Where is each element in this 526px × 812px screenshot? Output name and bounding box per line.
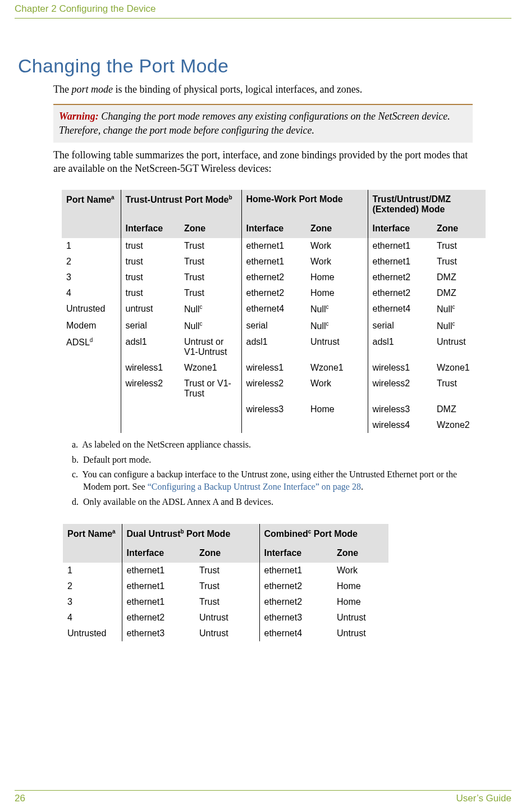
table-cell: adsl1 [368, 334, 432, 360]
page-number: 26 [15, 793, 25, 804]
guide-label: User’s Guide [456, 793, 511, 804]
table-cell [121, 417, 180, 433]
table-cell: DMZ [432, 270, 486, 285]
footnote-b: b. Default port mode. [72, 454, 473, 466]
col-port-name: Port Namea [62, 190, 121, 238]
footnote-d: d. Only available on the ADSL Annex A an… [72, 496, 473, 508]
table-cell: wireless2 [121, 376, 180, 402]
table-cell: wireless4 [368, 417, 432, 433]
table-cell: Trust [195, 594, 259, 610]
table-cell: Trust [180, 285, 241, 301]
chapter-header: Chapter 2 Configuring the Device [0, 0, 526, 15]
col-mode2: Home-Work Port Mode [241, 190, 368, 219]
col-i1: Interface [122, 544, 195, 563]
table-cell: Nullc [306, 301, 368, 317]
table-cell: Work [306, 254, 368, 270]
table-cell [62, 417, 121, 433]
warning-text: Changing the port mode removes any exist… [59, 111, 450, 135]
table-row: 4ethernet2Untrustethernet3Untrust [63, 610, 388, 626]
table-cell: ethernet1 [122, 578, 195, 594]
table-cell: Untrust [195, 626, 259, 641]
table-cell: Nullc [306, 318, 368, 334]
table-cell: wireless3 [241, 402, 306, 417]
footnote-c: c. You can configure a backup interface … [72, 468, 473, 494]
table-cell: ethernet4 [368, 301, 432, 317]
footnote-c-link[interactable]: “Configuring a Backup Untrust Zone Inter… [148, 482, 361, 491]
warning-box: Warning: Changing the port mode removes … [53, 104, 473, 143]
intro-paragraph: The port mode is the binding of physical… [53, 83, 473, 96]
footnote-a: a. As labeled on the NetScreen appliance… [72, 439, 473, 451]
table-cell: 3 [63, 594, 122, 610]
col-mode2: Combinedc Port Mode [259, 524, 388, 544]
table-cell: wireless1 [368, 360, 432, 376]
table-cell: untrust [121, 301, 180, 317]
table-cell: serial [368, 318, 432, 334]
table-cell: Trust [432, 376, 486, 402]
table-cell: ethernet1 [122, 594, 195, 610]
table-header-row: Port Namea Trust-Untrust Port Modeb Home… [62, 190, 486, 219]
table-cell: ethernet3 [122, 626, 195, 641]
table-row: wireless2Trust or V1-Trustwireless2Workw… [62, 376, 486, 402]
table-row: wireless3Homewireless3DMZ [62, 402, 486, 417]
table-cell [62, 360, 121, 376]
table-cell: 3 [62, 270, 121, 285]
col-mode1: Trust-Untrust Port Modeb [121, 190, 241, 219]
table-row: 2trustTrustethernet1Workethernet1Trust [62, 254, 486, 270]
table-cell: Wzone1 [180, 360, 241, 376]
col-z1: Zone [195, 544, 259, 563]
table-cell [62, 402, 121, 417]
table-row: 2ethernet1Trustethernet2Home [63, 578, 388, 594]
table-cell: wireless2 [241, 376, 306, 402]
table1-wrap: Port Namea Trust-Untrust Port Modeb Home… [62, 190, 526, 433]
table-cell: ethernet1 [368, 254, 432, 270]
table-cell: Wzone1 [432, 360, 486, 376]
table-cell: ethernet1 [259, 563, 332, 578]
col-z2: Zone [306, 219, 368, 238]
section-title: Changing the Port Mode [18, 55, 526, 77]
table-cell: Untrust [332, 626, 388, 641]
table-cell: Trust [195, 563, 259, 578]
table-cell: trust [121, 238, 180, 254]
col-mode1: Dual Untrustb Port Mode [122, 524, 259, 544]
table-cell: Nullc [180, 318, 241, 334]
table-cell: ethernet2 [122, 610, 195, 626]
table-cell: Untrust [432, 334, 486, 360]
table-cell: Trust [180, 254, 241, 270]
table-cell: 4 [62, 285, 121, 301]
table-cell: ethernet2 [259, 578, 332, 594]
table-cell: ethernet4 [259, 626, 332, 641]
table-cell: Untrust or V1-Untrust [180, 334, 241, 360]
port-table-2: Port Namea Dual Untrustb Port Mode Combi… [63, 524, 388, 641]
table-cell: Trust [180, 270, 241, 285]
table-cell: serial [241, 318, 306, 334]
col-port-name: Port Namea [63, 524, 122, 563]
table-cell: Home [306, 402, 368, 417]
summary-paragraph: The following table summarizes the port,… [53, 148, 473, 176]
table-cell: Wzone2 [432, 417, 486, 433]
col-i1: Interface [121, 219, 180, 238]
table-cell [241, 417, 306, 433]
col-z1: Zone [180, 219, 241, 238]
table-cell: adsl1 [121, 334, 180, 360]
col-i2: Interface [241, 219, 306, 238]
table-row: 4trustTrustethernet2Homeethernet2DMZ [62, 285, 486, 301]
table-cell: Trust [432, 238, 486, 254]
table-cell [306, 417, 368, 433]
table-cell: DMZ [432, 402, 486, 417]
table-cell: Trust [432, 254, 486, 270]
table-cell: ethernet4 [241, 301, 306, 317]
table-cell: adsl1 [241, 334, 306, 360]
table-row: 1trustTrustethernet1Workethernet1Trust [62, 238, 486, 254]
table2-wrap: Port Namea Dual Untrustb Port Mode Combi… [63, 524, 526, 641]
table-cell: 1 [62, 238, 121, 254]
table-cell: wireless2 [368, 376, 432, 402]
table-cell: Nullc [432, 318, 486, 334]
table-cell: Trust [195, 578, 259, 594]
table-cell: DMZ [432, 285, 486, 301]
table-row: wireless1Wzone1wireless1Wzone1wireless1W… [62, 360, 486, 376]
table-cell: ethernet1 [122, 563, 195, 578]
table-cell: trust [121, 285, 180, 301]
table-cell: wireless1 [121, 360, 180, 376]
table-cell: ethernet1 [368, 238, 432, 254]
table-cell: Untrust [332, 610, 388, 626]
